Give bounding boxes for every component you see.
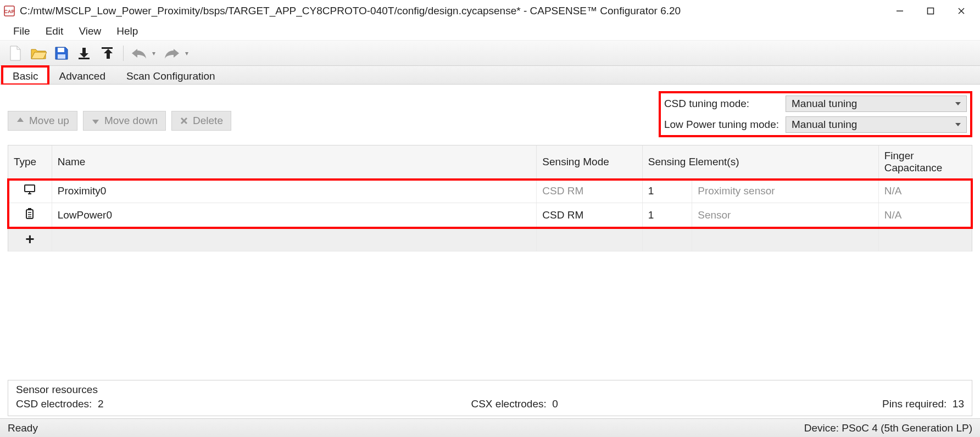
svg-rect-6 — [58, 48, 64, 52]
cell-element-desc: Proximity sensor — [692, 179, 878, 203]
minimize-button[interactable] — [884, 0, 915, 22]
csx-electrodes-label: CSX electrodes: — [471, 398, 546, 410]
pins-required-label: Pins required: — [882, 398, 946, 410]
toolbar: ▾ ▾ — [0, 41, 980, 66]
menu-help[interactable]: Help — [110, 23, 144, 40]
th-finger-cap[interactable]: Finger Capacitance — [878, 145, 972, 179]
status-device: Device: PSoC 4 (5th Generation LP) — [804, 422, 972, 434]
cell-name[interactable]: Proximity0 — [52, 179, 537, 203]
table-row[interactable]: LowPower0CSD RM1SensorN/A — [8, 203, 972, 227]
widget-table: Type Name Sensing Mode Sensing Element(s… — [8, 145, 972, 251]
monitor-icon — [8, 179, 52, 203]
table-row[interactable]: Proximity0CSD RM1Proximity sensorN/A — [8, 179, 972, 203]
th-name[interactable]: Name — [52, 145, 537, 179]
app-icon: CAP — [3, 5, 15, 17]
csd-tuning-label: CSD tuning mode: — [664, 98, 779, 110]
pins-required-value: 13 — [953, 398, 964, 410]
table-header-row: Type Name Sensing Mode Sensing Element(s… — [8, 145, 972, 179]
move-up-button[interactable]: Move up — [8, 111, 77, 131]
svg-rect-9 — [102, 47, 113, 49]
cell-element-count[interactable]: 1 — [642, 179, 692, 203]
maximize-button[interactable] — [915, 0, 946, 22]
svg-rect-10 — [25, 185, 35, 192]
svg-rect-8 — [79, 58, 90, 59]
toolbar-separator — [123, 46, 124, 61]
cell-finger-cap: N/A — [878, 203, 972, 227]
undo-dropdown-icon[interactable]: ▾ — [151, 49, 157, 57]
cell-name[interactable]: LowPower0 — [52, 203, 537, 227]
upper-controls-row: Move up Move down Delete CSD tuning mode… — [8, 91, 972, 137]
svg-rect-7 — [58, 54, 65, 59]
csd-electrodes-label: CSD electrodes: — [16, 398, 92, 410]
csd-electrodes: CSD electrodes: 2 — [16, 398, 471, 410]
open-file-icon[interactable] — [29, 43, 48, 63]
menu-bar: File Edit View Help — [0, 22, 980, 41]
menu-view[interactable]: View — [72, 23, 108, 40]
menu-edit[interactable]: Edit — [39, 23, 70, 40]
lp-tuning-label: Low Power tuning mode: — [664, 119, 779, 131]
app-window: CAP C:/mtw/MSCLP_Low_Power_Proximity/bsp… — [0, 0, 980, 437]
cell-finger-cap: N/A — [878, 179, 972, 203]
row-action-buttons: Move up Move down Delete — [8, 111, 231, 131]
move-down-button[interactable]: Move down — [83, 111, 166, 131]
svg-rect-3 — [928, 8, 934, 14]
status-ready: Ready — [8, 422, 38, 434]
save-icon[interactable] — [52, 43, 71, 63]
sensor-resources-panel: Sensor resources CSD electrodes: 2 CSX e… — [8, 380, 972, 416]
resources-title: Sensor resources — [16, 384, 964, 396]
lp-tuning-dropdown[interactable]: Manual tuning — [786, 116, 967, 133]
tab-scan-label: Scan Configuration — [126, 70, 215, 82]
tab-basic-label: Basic — [13, 70, 38, 82]
cell-element-desc: Sensor — [692, 203, 878, 227]
arrow-up-icon — [16, 116, 25, 125]
delete-label: Delete — [193, 115, 223, 127]
menu-file[interactable]: File — [7, 23, 37, 40]
tab-advanced[interactable]: Advanced — [48, 66, 116, 85]
svg-rect-14 — [28, 208, 31, 210]
csx-electrodes: CSX electrodes: 0 — [471, 398, 755, 410]
csd-electrodes-value: 2 — [98, 398, 104, 410]
cell-element-count[interactable]: 1 — [642, 203, 692, 227]
tab-scan-configuration[interactable]: Scan Configuration — [116, 66, 226, 85]
delete-x-icon — [180, 116, 188, 125]
move-down-label: Move down — [104, 115, 158, 127]
add-widget-row[interactable]: + — [8, 227, 972, 251]
csd-tuning-dropdown[interactable]: Manual tuning — [786, 96, 967, 112]
tuning-mode-panel: CSD tuning mode: Manual tuning Low Power… — [659, 91, 972, 137]
csd-tuning-value: Manual tuning — [792, 98, 857, 110]
status-bar: Ready Device: PSoC 4 (5th Generation LP) — [0, 418, 980, 437]
tab-advanced-label: Advanced — [59, 70, 105, 82]
close-button[interactable] — [946, 0, 977, 22]
tab-strip: Basic Advanced Scan Configuration — [0, 66, 980, 85]
tab-basic[interactable]: Basic — [2, 66, 48, 85]
undo-icon[interactable] — [129, 43, 149, 63]
svg-text:CAP: CAP — [4, 9, 14, 14]
move-up-label: Move up — [29, 115, 69, 127]
cell-sensing-mode[interactable]: CSD RM — [537, 179, 642, 203]
new-file-icon[interactable] — [5, 43, 25, 63]
pins-required: Pins required: 13 — [755, 398, 964, 410]
redo-dropdown-icon[interactable]: ▾ — [184, 49, 190, 57]
delete-button[interactable]: Delete — [171, 111, 231, 131]
battery-icon — [8, 203, 52, 227]
title-bar: CAP C:/mtw/MSCLP_Low_Power_Proximity/bsp… — [0, 0, 980, 22]
th-sensing-elements[interactable]: Sensing Element(s) — [642, 145, 878, 179]
redo-icon[interactable] — [162, 43, 182, 63]
window-title: C:/mtw/MSCLP_Low_Power_Proximity/bsps/TA… — [20, 5, 681, 17]
th-type[interactable]: Type — [8, 145, 52, 179]
import-icon[interactable] — [75, 43, 94, 63]
content-area: Move up Move down Delete CSD tuning mode… — [0, 85, 980, 418]
export-icon[interactable] — [98, 43, 118, 63]
cell-sensing-mode[interactable]: CSD RM — [537, 203, 642, 227]
lp-tuning-value: Manual tuning — [792, 119, 857, 131]
arrow-down-icon — [91, 116, 100, 125]
csx-electrodes-value: 0 — [552, 398, 558, 410]
th-sensing-mode[interactable]: Sensing Mode — [537, 145, 642, 179]
plus-icon[interactable]: + — [8, 227, 52, 251]
